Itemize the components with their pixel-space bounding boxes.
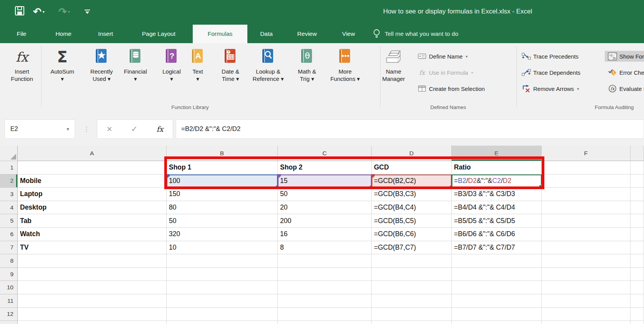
cell-E4[interactable]: =B4/D4 &":"& C4/D4 [452, 201, 542, 215]
ribbon-name-manager-button[interactable]: Name Manager [378, 46, 409, 108]
customize-qat-button[interactable] [85, 0, 90, 23]
row-header-8[interactable]: 8 [0, 254, 18, 268]
cell-G11[interactable] [631, 294, 644, 308]
cell-E8[interactable] [452, 254, 542, 268]
cell-E6[interactable]: =B6/D6 &":"& C6/D6 [452, 228, 542, 241]
cell-D11[interactable] [372, 294, 452, 308]
ribbon-math-trig-button[interactable]: θMath &Trig ▾ [290, 46, 324, 108]
ribbon-trace-precedents-button[interactable]: Trace Precedents [522, 51, 579, 62]
ribbon-logical-button[interactable]: ?Logical▾ [156, 46, 187, 108]
cell-B6[interactable]: 320 [167, 228, 278, 241]
cell-G8[interactable] [631, 254, 644, 268]
cell-E7[interactable]: =B7/D7 &":"& C7/D7 [452, 241, 542, 255]
cell-D1[interactable]: GCD [372, 161, 452, 175]
cell-B3[interactable]: 150 [167, 188, 278, 201]
redo-button[interactable]: ↷ ▾ [58, 0, 70, 23]
ribbon-recently-used-button[interactable]: RecentlyUsed ▾ [84, 46, 119, 108]
cell-A8[interactable] [18, 254, 167, 268]
cell-D8[interactable] [372, 254, 452, 268]
cell-E11[interactable] [452, 294, 542, 308]
tab-home[interactable]: Home [47, 25, 80, 43]
cell-E1[interactable]: Ratio [452, 161, 542, 175]
cell-A3[interactable]: Laptop [18, 188, 167, 201]
row-header-6[interactable]: 6 [0, 228, 18, 241]
column-header-partial[interactable] [631, 146, 644, 161]
cell-A11[interactable] [18, 294, 167, 308]
cell-G3[interactable] [631, 188, 644, 201]
cell-E3[interactable]: =B3/D3 &":"& C3/D3 [452, 188, 542, 201]
ribbon-evaluate-formula-button[interactable]: fxEvaluate Formula [608, 83, 644, 94]
cell-G5[interactable] [631, 214, 644, 228]
cell-B1[interactable]: Shop 1 [167, 161, 278, 175]
ribbon-autosum-button[interactable]: ΣAutoSum▾ [46, 46, 78, 108]
cell-A13[interactable] [18, 321, 167, 324]
ribbon-show-formulas-button[interactable]: 15fxShow Formulas [605, 51, 644, 62]
cell-B13[interactable] [167, 321, 278, 324]
row-header-12[interactable]: 12 [0, 308, 18, 321]
cell-G9[interactable] [631, 268, 644, 281]
cell-A10[interactable] [18, 281, 167, 294]
cell-F8[interactable] [542, 254, 631, 268]
cell-G1[interactable] [631, 161, 644, 175]
cell-F3[interactable] [542, 188, 631, 201]
cell-F11[interactable] [542, 294, 631, 308]
row-header-11[interactable]: 11 [0, 294, 18, 308]
cell-G10[interactable] [631, 281, 644, 294]
tab-formulas[interactable]: Formulas [193, 25, 247, 43]
insert-function-fx-icon[interactable]: fx [157, 125, 164, 133]
cell-B5[interactable]: 50 [167, 214, 278, 228]
ribbon-insert-function-button[interactable]: fxInsertFunction [3, 46, 41, 108]
cell-D2[interactable]: =GCD(B2,C2) [372, 175, 452, 188]
cell-F1[interactable] [542, 161, 631, 175]
row-header-3[interactable]: 3 [0, 188, 18, 201]
cell-A4[interactable]: Desktop [18, 201, 167, 215]
row-header-7[interactable]: 7 [0, 241, 18, 255]
cell-B10[interactable] [167, 281, 278, 294]
cell-F7[interactable] [542, 241, 631, 255]
cell-F6[interactable] [542, 228, 631, 241]
cell-D6[interactable]: =GCD(B6,C6) [372, 228, 452, 241]
cell-B7[interactable]: 10 [167, 241, 278, 255]
cell-C11[interactable] [278, 294, 372, 308]
column-header-A[interactable]: A [18, 146, 167, 161]
enter-check-icon[interactable]: ✓ [131, 124, 138, 134]
cell-C9[interactable] [278, 268, 372, 281]
cell-F12[interactable] [542, 308, 631, 321]
cell-E10[interactable] [452, 281, 542, 294]
cell-A9[interactable] [18, 268, 167, 281]
cell-F10[interactable] [542, 281, 631, 294]
column-header-F[interactable]: F [542, 146, 631, 161]
cell-C1[interactable]: Shop 2 [278, 161, 372, 175]
cell-A1[interactable] [18, 161, 167, 175]
cancel-icon[interactable]: × [107, 124, 112, 134]
cell-A5[interactable]: Tab [18, 214, 167, 228]
cell-C13[interactable] [278, 321, 372, 324]
tab-view[interactable]: View [335, 25, 362, 43]
cell-D13[interactable] [372, 321, 452, 324]
row-header-4[interactable]: 4 [0, 201, 18, 215]
tab-data[interactable]: Data [253, 25, 280, 43]
cell-D12[interactable] [372, 308, 452, 321]
ribbon-lookup-reference-button[interactable]: Lookup &Reference ▾ [247, 46, 289, 108]
cell-B4[interactable]: 80 [167, 201, 278, 215]
ribbon-date-time-button[interactable]: Date &Time ▾ [214, 46, 247, 108]
undo-button[interactable]: ↶ ▾ [33, 0, 45, 23]
cell-F9[interactable] [542, 268, 631, 281]
column-header-D[interactable]: D [372, 146, 452, 161]
row-header-5[interactable]: 5 [0, 214, 18, 228]
tell-me-box[interactable]: Tell me what you want to do [372, 25, 458, 43]
row-header-9[interactable]: 9 [0, 268, 18, 281]
tab-review[interactable]: Review [289, 25, 325, 43]
save-button[interactable] [15, 0, 25, 23]
cell-F4[interactable] [542, 201, 631, 215]
cell-B11[interactable] [167, 294, 278, 308]
cell-D9[interactable] [372, 268, 452, 281]
column-header-B[interactable]: B [167, 146, 278, 161]
use-in-formula-dropdown-arrow[interactable]: ▾ [471, 71, 473, 75]
cell-C12[interactable] [278, 308, 372, 321]
cell-D5[interactable]: =GCD(B5,C5) [372, 214, 452, 228]
cell-E13[interactable] [452, 321, 542, 324]
ribbon-text-button[interactable]: AText▾ [185, 46, 210, 108]
column-header-C[interactable]: C [278, 146, 372, 161]
cell-G7[interactable] [631, 241, 644, 255]
